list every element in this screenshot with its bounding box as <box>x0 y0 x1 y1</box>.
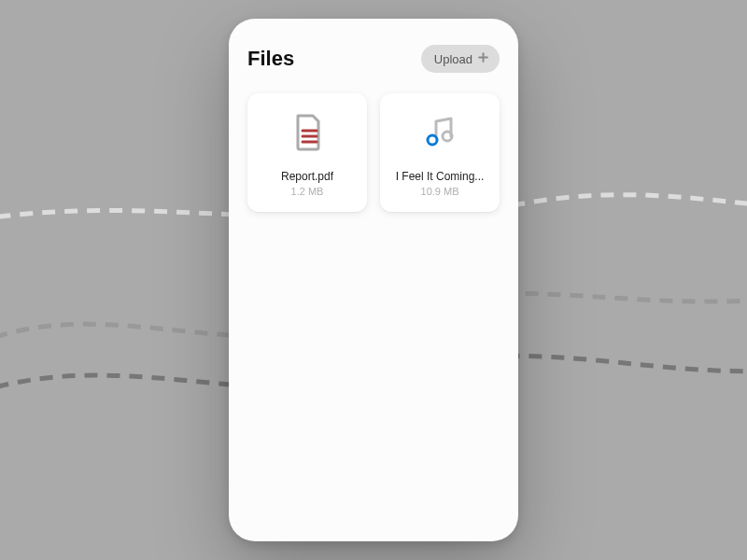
file-size: 1.2 MB <box>291 186 324 197</box>
page-title: Files <box>247 47 294 71</box>
file-tile[interactable]: Report.pdf 1.2 MB <box>247 93 367 212</box>
svg-point-6 <box>428 135 437 145</box>
file-size: 10.9 MB <box>421 186 459 197</box>
music-icon <box>419 112 460 153</box>
document-icon <box>287 112 328 153</box>
svg-point-5 <box>443 132 452 141</box>
upload-button[interactable]: Upload <box>421 45 500 73</box>
file-name: I Feel It Coming... <box>396 170 485 183</box>
file-tile[interactable]: I Feel It Coming... 10.9 MB <box>380 93 500 212</box>
file-name: Report.pdf <box>281 170 333 183</box>
header: Files Upload <box>247 45 500 73</box>
files-grid: Report.pdf 1.2 MB I Feel It Coming... 10… <box>247 93 500 212</box>
device-frame: Files Upload Report.pdf 1.2 M <box>229 19 518 541</box>
upload-label: Upload <box>434 52 472 66</box>
plus-icon <box>476 50 490 67</box>
